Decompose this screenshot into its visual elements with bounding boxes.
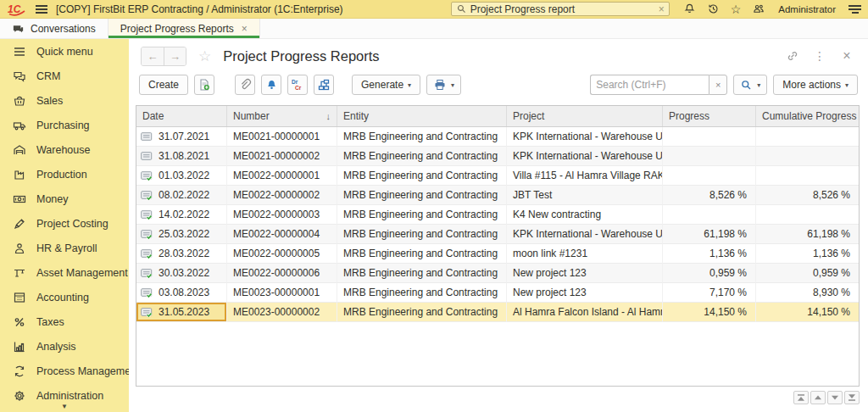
cell-entity[interactable]: MRB Engineering and Contracting — [337, 186, 507, 205]
cell-entity[interactable]: MRB Engineering and Contracting — [337, 147, 507, 166]
sidebar-scroll-more-icon[interactable]: ▼ — [0, 403, 129, 411]
history-icon[interactable] — [707, 3, 720, 15]
cell-number[interactable]: ME0023-00000002 — [227, 303, 337, 322]
cell-date[interactable]: 31.08.2021 — [136, 147, 227, 166]
cell-project[interactable]: KPK International - Warehouse U… — [507, 127, 663, 147]
cell-project[interactable]: KPK International - Warehouse U… — [507, 225, 663, 244]
cell-number[interactable]: ME0022-00000002 — [227, 186, 337, 205]
more-actions-button[interactable]: More actions ▾ — [773, 75, 858, 95]
table-row[interactable]: 31.08.2021ME0021-00000002MRB Engineering… — [136, 147, 859, 166]
create-button[interactable]: Create — [139, 75, 188, 95]
sidebar-item-purchasing[interactable]: Purchasing — [0, 113, 129, 137]
cell-number[interactable]: ME0023-00000001 — [227, 283, 337, 303]
sidebar-item-crm[interactable]: CRM — [0, 64, 129, 88]
close-tab-icon[interactable]: × — [242, 23, 248, 35]
cell-cumulative-progress[interactable]: 14,150 % — [756, 303, 859, 322]
dr-cr-posting-button[interactable] — [287, 75, 308, 95]
cell-progress[interactable] — [663, 147, 756, 166]
sidebar-item-money[interactable]: Money — [0, 187, 129, 211]
notifications-bell-icon[interactable] — [683, 3, 696, 15]
table-row[interactable]: 30.03.2022ME0022-00000006MRB Engineering… — [136, 264, 859, 283]
table-row[interactable]: 14.02.2022ME0022-00000003MRB Engineering… — [136, 205, 859, 225]
cell-date[interactable]: 08.02.2022 — [136, 186, 227, 205]
cell-entity[interactable]: MRB Engineering and Contracting — [337, 166, 507, 186]
cell-number[interactable]: ME0021-00000002 — [227, 147, 337, 166]
generate-button[interactable]: Generate ▾ — [352, 75, 420, 95]
sidebar-item-warehouse[interactable]: Warehouse — [0, 137, 129, 162]
cell-progress[interactable] — [663, 127, 756, 147]
sidebar-item-sales[interactable]: Sales — [0, 88, 129, 113]
cell-number[interactable]: ME0022-00000003 — [227, 205, 337, 225]
sidebar-item-production[interactable]: Production — [0, 162, 129, 187]
cell-entity[interactable]: MRB Engineering and Contracting — [337, 225, 507, 244]
cell-project[interactable]: K4 New contracting — [507, 205, 663, 225]
cell-entity[interactable]: MRB Engineering and Contracting — [337, 127, 507, 147]
attach-file-button[interactable] — [235, 75, 255, 95]
cell-project[interactable]: Al Hamra Falcon Island - Al Hamra… — [507, 303, 663, 322]
cell-cumulative-progress[interactable] — [756, 205, 859, 225]
cell-number[interactable]: ME0021-00000001 — [227, 127, 337, 147]
column-header-progress[interactable]: Progress — [663, 106, 756, 126]
structure-button[interactable] — [314, 75, 334, 95]
cell-entity[interactable]: MRB Engineering and Contracting — [337, 303, 507, 322]
cell-entity[interactable]: MRB Engineering and Contracting — [337, 205, 507, 225]
cell-progress[interactable]: 14,150 % — [663, 303, 756, 322]
cell-date[interactable]: 01.03.2022 — [136, 166, 227, 186]
global-search-input[interactable]: Project Progress report × — [451, 2, 670, 16]
favorite-star-icon[interactable]: ☆ — [198, 47, 211, 65]
cell-date[interactable]: 28.03.2022 — [136, 244, 227, 264]
cell-entity[interactable]: MRB Engineering and Contracting — [337, 283, 507, 303]
sidebar-item-quick-menu[interactable]: Quick menu — [0, 39, 129, 64]
search-input[interactable] — [590, 75, 709, 95]
cell-cumulative-progress[interactable] — [756, 166, 859, 186]
sidebar-item-taxes[interactable]: Taxes — [0, 309, 129, 334]
cell-cumulative-progress[interactable] — [756, 147, 859, 166]
cell-cumulative-progress[interactable]: 8,526 % — [756, 186, 859, 205]
next-row-button[interactable] — [827, 391, 843, 404]
reminder-button[interactable] — [261, 75, 281, 95]
sidebar-item-accounting[interactable]: Accounting — [0, 285, 129, 309]
column-header-number[interactable]: Number↓ — [227, 106, 337, 126]
more-menu-icon[interactable]: ⋮ — [810, 47, 829, 65]
cell-project[interactable]: moon link #1231 — [507, 244, 663, 264]
cell-progress[interactable]: 0,959 % — [663, 264, 756, 283]
cell-progress[interactable] — [663, 166, 756, 186]
go-to-first-button[interactable] — [793, 391, 809, 404]
go-to-last-button[interactable] — [844, 391, 860, 404]
advanced-search-button[interactable]: ▾ — [733, 75, 767, 95]
cell-date[interactable]: 25.03.2022 — [136, 225, 227, 244]
column-header-cumulative-progress[interactable]: Cumulative Progress — [756, 106, 859, 126]
cell-date[interactable]: 31.07.2021 — [136, 127, 227, 147]
table-row[interactable]: 31.07.2021ME0021-00000001MRB Engineering… — [136, 127, 859, 147]
table-row[interactable]: 08.02.2022ME0022-00000002MRB Engineering… — [136, 186, 859, 205]
sidebar-item-hr-payroll[interactable]: HR & Payroll — [0, 236, 129, 260]
table-row[interactable]: 03.08.2023ME0023-00000001MRB Engineering… — [136, 283, 859, 303]
get-link-icon[interactable] — [783, 47, 802, 65]
tab-conversations[interactable]: Conversations — [0, 19, 108, 38]
cell-cumulative-progress[interactable]: 61,198 % — [756, 225, 859, 244]
cell-cumulative-progress[interactable]: 1,136 % — [756, 244, 859, 264]
column-header-project[interactable]: Project — [507, 106, 663, 126]
cell-date[interactable]: 14.02.2022 — [136, 205, 227, 225]
table-row[interactable]: 01.03.2022ME0022-00000001MRB Engineering… — [136, 166, 859, 186]
favorites-star-icon[interactable]: ☆ — [731, 3, 742, 15]
cell-cumulative-progress[interactable]: 0,959 % — [756, 264, 859, 283]
cell-entity[interactable]: MRB Engineering and Contracting — [337, 244, 507, 264]
column-header-date[interactable]: Date — [136, 106, 227, 126]
tab-project-progress-reports[interactable]: Project Progress Reports × — [108, 19, 260, 38]
copy-new-document-button[interactable] — [194, 75, 214, 95]
cell-entity[interactable]: MRB Engineering and Contracting — [337, 264, 507, 283]
clear-search-icon[interactable]: × — [659, 4, 665, 14]
sidebar-item-project-costing[interactable]: Project Costing — [0, 211, 129, 236]
column-header-entity[interactable]: Entity — [337, 106, 507, 126]
cell-cumulative-progress[interactable]: 8,930 % — [756, 283, 859, 303]
cell-progress[interactable]: 8,526 % — [663, 186, 756, 205]
forward-button[interactable]: → — [164, 47, 186, 65]
cell-number[interactable]: ME0022-00000006 — [227, 264, 337, 283]
current-user-label[interactable]: Administrator — [778, 4, 836, 14]
cell-progress[interactable]: 61,198 % — [663, 225, 756, 244]
cell-number[interactable]: ME0022-00000005 — [227, 244, 337, 264]
main-menu-icon[interactable] — [849, 5, 861, 13]
cell-progress[interactable]: 7,170 % — [663, 283, 756, 303]
previous-row-button[interactable] — [810, 391, 826, 404]
